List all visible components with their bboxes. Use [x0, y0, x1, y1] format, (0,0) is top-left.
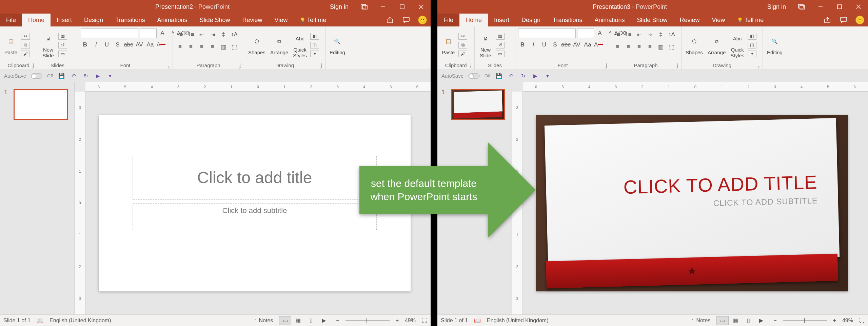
case-button[interactable]: Aa — [583, 41, 592, 49]
paste-button[interactable]: 📋Paste — [440, 34, 456, 56]
italic-button[interactable]: I — [529, 41, 538, 49]
autosave-toggle[interactable] — [468, 73, 480, 79]
tab-insert[interactable]: Insert — [488, 14, 515, 26]
fit-to-window-button[interactable]: ⛶ — [859, 318, 865, 324]
editing-button[interactable]: 🔍Editing — [766, 34, 784, 56]
tab-file[interactable]: File — [437, 14, 459, 26]
tab-animations[interactable]: Animations — [151, 14, 193, 26]
smartart-button[interactable]: ⬚ — [667, 43, 676, 51]
smartart-button[interactable]: ⬚ — [230, 43, 239, 51]
share-button[interactable] — [819, 14, 835, 26]
font-name-combo[interactable] — [81, 28, 138, 38]
comments-button[interactable] — [398, 14, 414, 26]
numbering-button[interactable]: 1≡ — [624, 31, 633, 39]
undo-icon[interactable]: ↶ — [70, 72, 77, 80]
dialog-launcher-icon[interactable] — [466, 63, 471, 68]
dialog-launcher-icon[interactable] — [754, 63, 759, 68]
shape-outline-button[interactable]: ◫ — [748, 42, 756, 49]
font-size-combo[interactable] — [577, 28, 594, 38]
slide-counter[interactable]: Slide 1 of 1 — [3, 318, 31, 324]
slideshow-view-button[interactable]: ▶ — [318, 316, 330, 325]
sorter-view-button[interactable]: ▦ — [729, 316, 742, 325]
display-options-button[interactable] — [792, 0, 811, 14]
justify-button[interactable]: ≡ — [646, 43, 654, 51]
dialog-launcher-icon[interactable] — [164, 63, 169, 68]
bold-button[interactable]: B — [81, 41, 90, 49]
normal-view-button[interactable]: ▭ — [279, 316, 291, 325]
bullets-button[interactable]: •≡ — [613, 31, 622, 39]
zoom-out-button[interactable]: − — [773, 318, 776, 324]
editing-button[interactable]: 🔍Editing — [328, 34, 347, 56]
shapes-button[interactable]: ⬠Shapes — [684, 34, 704, 56]
format-painter-button[interactable]: 🖌 — [458, 51, 467, 57]
slide-canvas[interactable]: CLICK TO ADD TITLE CLICK TO ADD SUBTITLE… — [536, 115, 848, 291]
quick-styles-button[interactable]: AbcQuick Styles — [292, 31, 308, 59]
normal-view-button[interactable]: ▭ — [716, 316, 729, 325]
spacing-button[interactable]: AV — [135, 41, 144, 49]
maximize-button[interactable] — [830, 0, 849, 14]
text-direction-button[interactable]: ↕A — [230, 31, 239, 39]
align-center-button[interactable]: ≡ — [186, 43, 195, 51]
slide-thumbnail-1[interactable] — [451, 89, 505, 120]
spell-check-icon[interactable]: 📖 — [474, 317, 481, 324]
tab-review[interactable]: Review — [674, 14, 706, 26]
increase-font-icon[interactable]: A — [158, 29, 167, 37]
align-center-button[interactable]: ≡ — [624, 43, 633, 51]
comments-button[interactable] — [835, 14, 852, 26]
bold-button[interactable]: B — [518, 41, 527, 49]
new-slide-button[interactable]: 🗎New Slide — [477, 31, 494, 59]
font-color-button[interactable]: A — [594, 41, 603, 49]
section-button[interactable]: ▭ — [496, 51, 505, 57]
numbering-button[interactable]: 1≡ — [186, 31, 195, 39]
justify-button[interactable]: ≡ — [208, 43, 217, 51]
align-left-button[interactable]: ≡ — [613, 43, 622, 51]
strike-button[interactable]: abc — [124, 41, 133, 49]
tab-slideshow[interactable]: Slide Show — [194, 14, 236, 26]
zoom-out-button[interactable]: − — [336, 318, 339, 324]
indent-inc-button[interactable]: ⇥ — [646, 31, 654, 39]
bullets-button[interactable]: •≡ — [176, 31, 184, 39]
columns-button[interactable]: ▥ — [219, 43, 228, 51]
slideshow-view-button[interactable]: ▶ — [755, 316, 767, 325]
indent-inc-button[interactable]: ⇥ — [208, 31, 217, 39]
tab-transitions[interactable]: Transitions — [109, 14, 151, 26]
zoom-in-button[interactable]: + — [833, 318, 836, 324]
zoom-level[interactable]: 49% — [405, 318, 416, 324]
tab-slideshow[interactable]: Slide Show — [631, 14, 674, 26]
italic-button[interactable]: I — [92, 41, 100, 49]
align-right-button[interactable]: ≡ — [635, 43, 644, 51]
notes-button[interactable]: ≐ Notes — [690, 317, 710, 324]
dialog-launcher-icon[interactable] — [236, 63, 240, 68]
zoom-level[interactable]: 49% — [842, 318, 853, 324]
slide-thumbnail-1[interactable] — [14, 89, 68, 120]
sign-in-link[interactable]: Sign in — [324, 3, 355, 11]
close-button[interactable] — [412, 0, 431, 14]
line-spacing-button[interactable]: ‡ — [656, 31, 665, 39]
shape-effects-button[interactable]: ✦ — [310, 51, 319, 57]
tab-transitions[interactable]: Transitions — [547, 14, 588, 26]
language-status[interactable]: English (United Kingdom) — [487, 318, 548, 324]
align-right-button[interactable]: ≡ — [197, 43, 206, 51]
layout-button[interactable]: ▦ — [58, 33, 67, 40]
subtitle-placeholder[interactable]: Click to add subtitle — [133, 203, 377, 230]
copy-button[interactable]: ⧉ — [21, 42, 30, 49]
spacing-button[interactable]: AV — [572, 41, 581, 49]
tab-review[interactable]: Review — [236, 14, 269, 26]
shape-fill-button[interactable]: ◧ — [310, 33, 319, 40]
tab-tellme[interactable]: Tell me — [731, 14, 770, 26]
close-button[interactable] — [849, 0, 868, 14]
tab-file[interactable]: File — [0, 14, 22, 26]
shadow-button[interactable]: S — [113, 41, 122, 49]
title-placeholder[interactable]: CLICK TO ADD TITLE — [623, 171, 817, 198]
title-placeholder[interactable]: Click to add title — [133, 156, 377, 200]
tab-home[interactable]: Home — [22, 14, 51, 26]
arrange-button[interactable]: ⧉Arrange — [269, 34, 290, 56]
underline-button[interactable]: U — [540, 41, 549, 49]
tab-design[interactable]: Design — [78, 14, 109, 26]
minimize-button[interactable] — [374, 0, 393, 14]
shadow-button[interactable]: S — [551, 41, 559, 49]
quick-styles-button[interactable]: AbcQuick Styles — [729, 31, 746, 59]
strike-button[interactable]: abc — [561, 41, 570, 49]
fit-to-window-button[interactable]: ⛶ — [422, 318, 427, 324]
indent-dec-button[interactable]: ⇤ — [197, 31, 206, 39]
